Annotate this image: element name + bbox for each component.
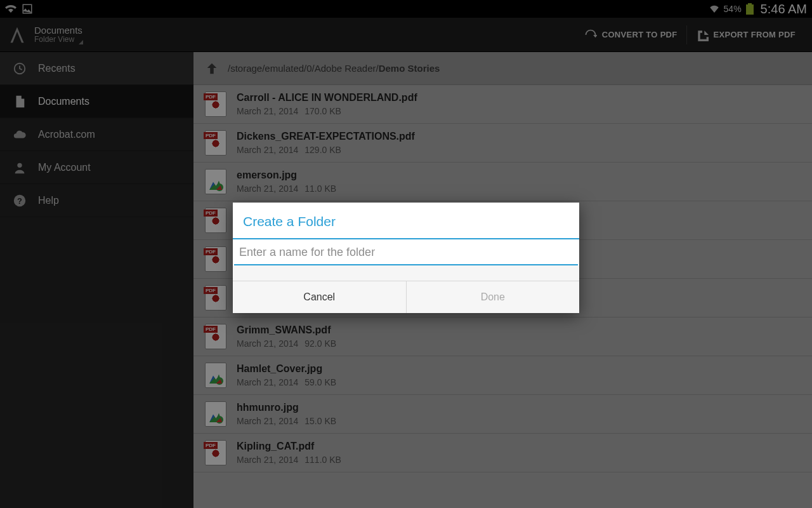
cancel-button[interactable]: Cancel: [233, 281, 407, 313]
folder-name-input[interactable]: [234, 239, 578, 265]
create-folder-dialog: Create a Folder Cancel Done: [233, 203, 579, 313]
done-button[interactable]: Done: [407, 281, 580, 313]
dialog-title: Create a Folder: [233, 203, 579, 239]
